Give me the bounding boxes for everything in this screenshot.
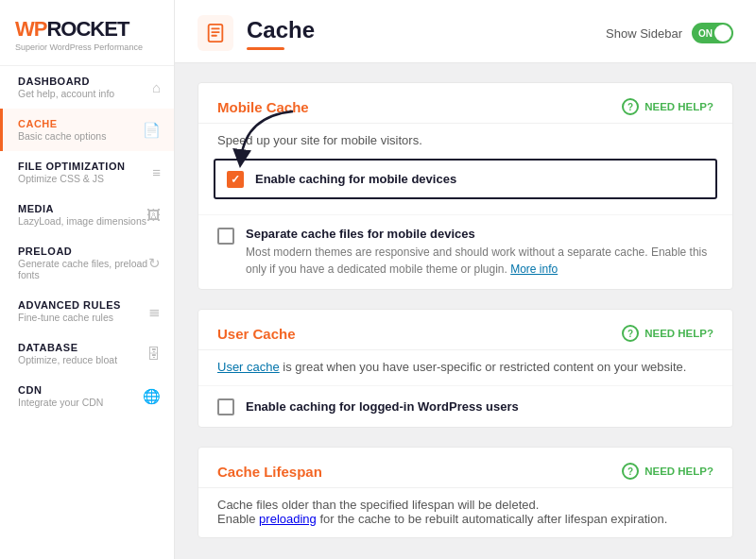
- media-subtitle: LazyLoad, image dimensions: [18, 215, 146, 227]
- separate-cache-checkbox[interactable]: [217, 228, 234, 245]
- sidebar-item-database[interactable]: DATABASE Optimize, reduce bloat 🗄: [0, 332, 174, 375]
- mobile-cache-desc: Speed up your site for mobile visitors.: [198, 124, 732, 159]
- page-title-underline: [247, 47, 284, 50]
- home-icon: ⌂: [152, 79, 161, 95]
- user-cache-header: User Cache ? NEED HELP?: [198, 310, 732, 350]
- preloading-link[interactable]: preloading: [259, 512, 317, 526]
- main-content: Cache Show Sidebar ON Mobile Cache ? NEE…: [175, 0, 756, 559]
- show-sidebar-label: Show Sidebar: [606, 26, 682, 41]
- cache-lifespan-help-icon: ?: [622, 463, 639, 480]
- user-cache-help-label: NEED HELP?: [644, 328, 713, 339]
- user-cache-section: User Cache ? NEED HELP? User cache is gr…: [198, 309, 733, 428]
- sidebar-item-dashboard[interactable]: DASHBOARD Get help, account info ⌂: [0, 66, 174, 109]
- logo-subtitle: Superior WordPress Performance: [15, 42, 159, 52]
- separate-cache-option: Separate cache files for mobile devices …: [198, 214, 732, 289]
- cdn-subtitle: Integrate your CDN: [18, 397, 143, 408]
- sidebar-item-cdn[interactable]: CDN Integrate your CDN 🌐: [0, 375, 174, 417]
- sidebar-item-media[interactable]: MEDIA LazyLoad, image dimensions 🖼: [0, 194, 174, 236]
- mobile-cache-title: Mobile Cache: [217, 99, 309, 115]
- rules-icon: ≣: [148, 303, 161, 320]
- sidebar-toggle[interactable]: ON: [692, 23, 733, 43]
- logged-in-caching-checkbox[interactable]: [217, 398, 234, 415]
- mobile-cache-help-label: NEED HELP?: [644, 101, 713, 112]
- cache-page-icon: [198, 15, 233, 51]
- more-info-link[interactable]: More info: [510, 263, 558, 276]
- sidebar-item-advanced-rules[interactable]: ADVANCED RULES Fine-tune cache rules ≣: [0, 290, 174, 332]
- cache-lifespan-desc2-suffix: for the cache to be rebuilt automaticall…: [317, 512, 667, 526]
- check-mark: ✓: [231, 173, 240, 186]
- mobile-cache-section: Mobile Cache ? NEED HELP? Speed up your …: [198, 82, 733, 290]
- toggle-knob: [714, 25, 731, 42]
- cdn-icon: 🌐: [143, 388, 161, 405]
- user-cache-help-icon: ?: [622, 325, 639, 342]
- preload-subtitle: Generate cache files, preload fonts: [18, 258, 148, 280]
- logo-rocket: ROCKET: [46, 17, 129, 41]
- page-title: Cache: [247, 17, 315, 43]
- help-icon: ?: [622, 98, 639, 115]
- cache-lifespan-help[interactable]: ? NEED HELP?: [622, 463, 713, 480]
- enable-mobile-caching-label: Enable caching for mobile devices: [255, 172, 456, 186]
- cache-lifespan-section: Cache Lifespan ? NEED HELP? Cache files …: [198, 447, 733, 538]
- dashboard-subtitle: Get help, account info: [18, 88, 152, 99]
- file-opt-subtitle: Optimize CSS & JS: [18, 173, 152, 184]
- sidebar-item-cache[interactable]: CACHE Basic cache options 📄: [0, 109, 174, 151]
- cdn-title: CDN: [18, 384, 143, 396]
- user-cache-desc-suffix: is great when you have user-specific or …: [280, 360, 687, 374]
- enable-mobile-caching-checkbox[interactable]: ✓: [227, 171, 244, 188]
- toggle-on-label: ON: [698, 28, 713, 39]
- user-cache-title: User Cache: [217, 326, 296, 342]
- media-title: MEDIA: [18, 203, 146, 214]
- cache-lifespan-header: Cache Lifespan ? NEED HELP?: [198, 448, 732, 488]
- sidebar-item-file-optimization[interactable]: FILE OPTIMIZATION Optimize CSS & JS ≡: [0, 151, 174, 194]
- cache-icon: 📄: [143, 122, 161, 139]
- advanced-rules-subtitle: Fine-tune cache rules: [18, 312, 148, 323]
- cache-lifespan-desc2-prefix: Enable: [217, 512, 259, 526]
- media-icon: 🖼: [146, 207, 161, 223]
- mobile-cache-help[interactable]: ? NEED HELP?: [622, 98, 713, 115]
- file-icon: ≡: [152, 164, 161, 180]
- preload-icon: ↻: [148, 255, 161, 272]
- cache-lifespan-desc-text: Cache files older than the specified lif…: [217, 498, 539, 512]
- sidebar: WPROCKET Superior WordPress Performance …: [0, 0, 175, 559]
- file-opt-title: FILE OPTIMIZATION: [18, 161, 152, 172]
- mobile-cache-option-wrapper: ✓ Enable caching for mobile devices: [198, 159, 732, 214]
- cache-lifespan-title: Cache Lifespan: [217, 464, 322, 480]
- separate-cache-label: Separate cache files for mobile devices: [246, 227, 713, 241]
- separate-cache-sublabel: Most modern themes are responsive and sh…: [246, 244, 713, 278]
- mobile-cache-header: Mobile Cache ? NEED HELP?: [198, 83, 732, 124]
- page-header: Cache Show Sidebar ON: [175, 0, 756, 63]
- user-cache-help[interactable]: ? NEED HELP?: [622, 325, 713, 342]
- sidebar-item-preload[interactable]: PRELOAD Generate cache files, preload fo…: [0, 236, 174, 290]
- database-subtitle: Optimize, reduce bloat: [18, 354, 146, 365]
- user-cache-desc: User cache is great when you have user-s…: [198, 350, 732, 385]
- logged-in-caching-label: Enable caching for logged-in WordPress u…: [246, 399, 519, 414]
- preload-title: PRELOAD: [18, 246, 148, 257]
- logo-wp: WP: [15, 17, 46, 41]
- content-area: Mobile Cache ? NEED HELP? Speed up your …: [175, 63, 756, 559]
- cache-lifespan-desc: Cache files older than the specified lif…: [198, 488, 732, 537]
- cache-title: CACHE: [18, 118, 143, 129]
- sidebar-nav: DASHBOARD Get help, account info ⌂ CACHE…: [0, 66, 174, 559]
- advanced-rules-title: ADVANCED RULES: [18, 299, 148, 311]
- logo: WPROCKET Superior WordPress Performance: [0, 0, 174, 66]
- user-cache-link[interactable]: User cache: [217, 360, 280, 374]
- dashboard-title: DASHBOARD: [18, 76, 152, 87]
- cache-lifespan-help-label: NEED HELP?: [644, 466, 713, 477]
- database-title: DATABASE: [18, 342, 146, 353]
- enable-mobile-caching-option: ✓ Enable caching for mobile devices: [214, 159, 717, 199]
- cache-subtitle: Basic cache options: [18, 130, 143, 142]
- logged-in-caching-option: Enable caching for logged-in WordPress u…: [198, 385, 732, 427]
- database-icon: 🗄: [146, 346, 161, 362]
